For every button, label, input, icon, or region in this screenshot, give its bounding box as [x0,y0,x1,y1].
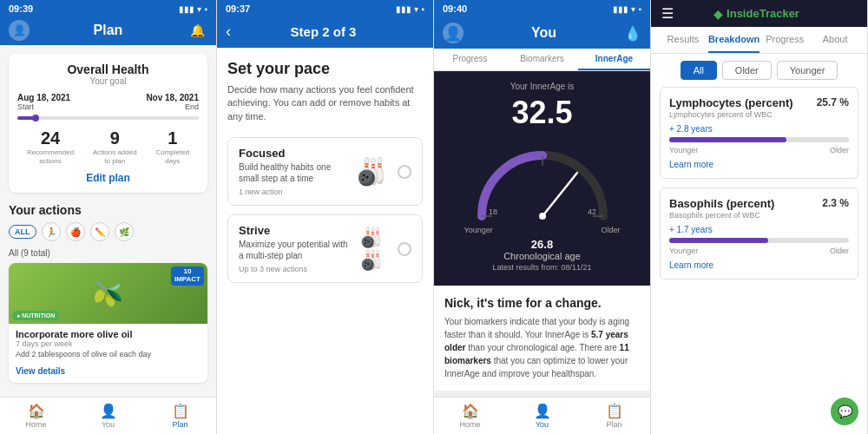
nav-about[interactable]: About [810,27,860,53]
wifi-icon-3: ▾ [631,4,635,14]
lymphocytes-subtitle: Lymphocytes percent of WBC [669,110,849,119]
nav-plan-3[interactable]: 📋 Plan [578,401,650,431]
status-time-1: 09:39 [9,3,33,14]
basophils-learn-link[interactable]: Learn more [669,260,849,270]
focused-title: Focused [239,147,349,160]
logo-leaf-icon: ◆ [713,7,723,21]
focused-desc: Build healthy habits one small step at a… [239,161,349,184]
action-freq: 7 days per week [16,339,201,348]
strive-radio[interactable] [398,242,411,256]
panel-set-pace: 09:37 ▮▮▮ ▾ ▪ ‹ Step 2 of 3 Set your pac… [217,0,434,434]
lymphocytes-bar-fill [669,137,786,142]
pace-card-strive[interactable]: Strive Maximize your potential with a mu… [227,214,423,283]
plan-stats: 24 Recommendedactions 9 Actions addedto … [17,128,199,165]
strive-icon: 🎳🎳 [349,227,392,272]
basophils-value: 2.3 % [822,197,849,209]
filter-bar: All Older Younger [651,54,867,87]
start-date: Aug 18, 2021 Start [17,93,70,111]
action-card-image: 🫒 10 IMPACT ● NUTRITION [9,263,207,324]
nav-progress[interactable]: Progress [760,27,810,53]
lymphocytes-delta: + 2.8 years [669,124,849,134]
filter-run-icon[interactable]: 🏃 [42,222,61,241]
svg-point-6 [539,213,546,220]
plan-progress-bar [17,116,199,120]
focused-icon: 🎳 [349,156,392,187]
basophils-delta: + 1.7 years [669,225,849,234]
strive-title: Strive [239,224,349,237]
strive-desc: Maximize your potential with a multi-ste… [239,239,349,261]
notification-icon[interactable]: 🔔 [187,20,207,41]
logo: ◆ InsideTracker [713,7,799,21]
filter-edit-icon[interactable]: ✏️ [90,222,109,241]
filter-all-button[interactable]: ALL [9,225,36,239]
signal-icon-3: ▮▮▮ [613,4,628,14]
nav-home-3[interactable]: 🏠 Home [434,401,506,431]
biomarker-basophils: 2.3 % Basophils (percent) Basophils perc… [660,187,858,279]
filter-older-btn[interactable]: Older [722,61,772,80]
you-tabs: Progress Biomarkers InnerAge [434,49,650,71]
nutrition-badge: ● NUTRITION [12,311,59,320]
impact-badge: 10 IMPACT [171,266,204,286]
lymphocytes-learn-link[interactable]: Learn more [669,160,849,169]
biomarker-lymphocytes: 25.7 % Lymphocytes (percent) Lymphocytes… [660,87,858,179]
insidetracker-header: ☰ ◆ InsideTracker [651,0,867,27]
lymphocytes-axis: Younger Older [669,146,849,155]
nav-home-1[interactable]: 🏠 Home [0,401,72,431]
gauge-labels: Younger Older [464,226,621,234]
pace-card-focused[interactable]: Focused Build healthy habits one small s… [227,137,423,206]
status-time-3: 09:40 [443,3,467,14]
overall-health-sub: Your goal [17,76,199,86]
plan-body: Overall Health Your goal Aug 18, 2021 St… [0,45,216,397]
tab-progress[interactable]: Progress [434,49,506,70]
insidetracker-nav: Results Breakdown Progress About [651,27,867,54]
nav-you-1[interactable]: 👤 You [72,401,144,431]
view-details-link[interactable]: View details [16,366,65,376]
pace-main-title: Set your pace [227,60,423,78]
focused-radio[interactable] [398,165,411,179]
nav-breakdown[interactable]: Breakdown [708,27,760,53]
lymphocytes-value: 25.7 % [817,96,849,108]
innerage-label: Your InnerAge is [510,82,575,91]
status-bar-1: 09:39 ▮▮▮ ▾ ▪ [0,0,216,17]
back-button[interactable]: ‹ [226,23,231,41]
biomarkers-list: 25.7 % Lymphocytes (percent) Lymphocytes… [651,87,867,434]
chat-button[interactable]: 💬 [831,398,858,425]
pace-focused-text: Focused Build healthy habits one small s… [239,147,349,196]
filter-all-btn[interactable]: All [681,61,717,80]
avatar-icon[interactable]: 👤 [9,20,30,41]
you-body: Your InnerAge is 32.5 18 42 [434,71,650,397]
your-actions-title: Your actions [9,203,207,217]
innerage-message: Nick, it's time for a change. Your bioma… [434,286,650,391]
stat-added: 9 Actions addedto plan [93,128,137,165]
innerage-number: 32.5 [511,95,572,131]
focused-action: 1 new action [239,187,349,196]
tab-biomarkers[interactable]: Biomarkers [506,49,578,70]
battery-icon-2: ▪ [421,4,424,14]
status-icons-2: ▮▮▮ ▾ ▪ [396,4,424,14]
older-label: Older [601,226,620,234]
nav-results[interactable]: Results [658,27,708,53]
message-text: Your biomarkers indicate that your body … [444,315,640,380]
status-icons-1: ▮▮▮ ▾ ▪ [179,4,207,14]
younger-label: Younger [464,226,493,234]
filter-younger-btn[interactable]: Younger [777,61,838,80]
status-time-2: 09:37 [226,3,250,14]
battery-icon-3: ▪ [638,4,641,14]
overall-health-title: Overall Health [17,62,199,76]
nav-you-3[interactable]: 👤 You [506,401,578,431]
basophils-bar-fill [669,238,768,243]
bottom-nav-1: 🏠 Home 👤 You 📋 Plan [0,397,216,434]
nav-plan-1[interactable]: 📋 Plan [144,401,216,431]
signal-icon-2: ▮▮▮ [396,4,411,14]
filter-food-icon[interactable]: 🍎 [66,222,85,241]
wifi-icon-2: ▾ [414,4,418,14]
edit-plan-button[interactable]: Edit plan [17,172,199,184]
battery-icon: ▪ [204,4,207,14]
hamburger-icon[interactable]: ☰ [661,5,674,22]
tab-innerage[interactable]: InnerAge [578,49,650,70]
you-title: You [531,25,556,41]
status-bar-2: 09:37 ▮▮▮ ▾ ▪ [217,0,433,17]
filter-more-icon[interactable]: 🌿 [115,222,134,241]
action-desc: Add 2 tablespoons of olive oil each day [16,350,201,358]
plan-title: Plan [94,23,123,38]
